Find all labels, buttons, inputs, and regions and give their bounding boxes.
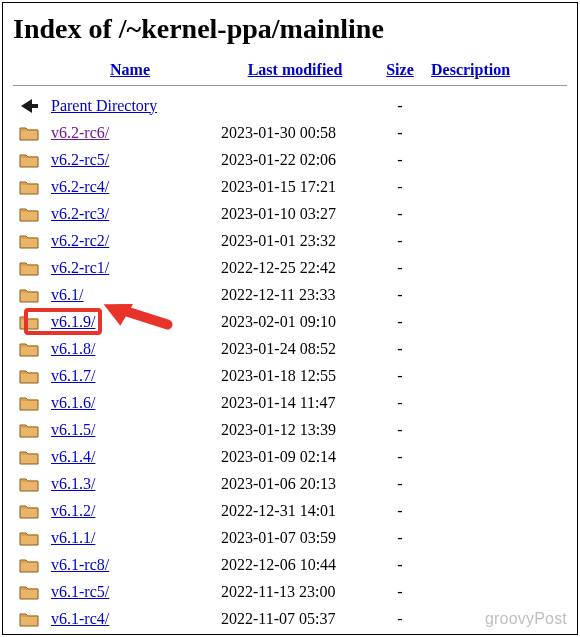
size-cell: - xyxy=(375,389,425,416)
directory-link[interactable]: v6.2-rc1/ xyxy=(51,259,109,276)
folder-icon xyxy=(19,312,39,332)
size-cell: - xyxy=(375,605,425,632)
directory-row: v6.2-rc2/2023-01-01 23:32- xyxy=(13,227,567,254)
directory-row: v6.1.9/2023-02-01 09:10- xyxy=(13,308,567,335)
size-cell: - xyxy=(375,173,425,200)
description-cell xyxy=(425,146,567,173)
directory-link[interactable]: v6.2-rc6/ xyxy=(51,124,109,141)
directory-link[interactable]: v6.1.1/ xyxy=(51,529,95,546)
directory-row: v6.2-rc3/2023-01-10 03:27- xyxy=(13,200,567,227)
watermark: groovyPost xyxy=(485,610,567,628)
last-modified-cell: 2023-02-01 09:10 xyxy=(215,308,375,335)
directory-row: v6.1/2022-12-11 23:33- xyxy=(13,281,567,308)
description-cell xyxy=(425,335,567,362)
size-cell: - xyxy=(375,524,425,551)
directory-link[interactable]: v6.1.3/ xyxy=(51,475,95,492)
folder-icon xyxy=(19,177,39,197)
description-cell xyxy=(425,470,567,497)
last-modified-cell: 2022-12-11 23:33 xyxy=(215,281,375,308)
description-cell xyxy=(425,497,567,524)
size-cell: - xyxy=(375,119,425,146)
last-modified-cell: 2023-01-24 08:52 xyxy=(215,335,375,362)
directory-link[interactable]: v6.1.5/ xyxy=(51,421,95,438)
directory-row: v6.2-rc5/2023-01-22 02:06- xyxy=(13,146,567,173)
directory-link[interactable]: v6.1.7/ xyxy=(51,367,95,384)
description-cell xyxy=(425,362,567,389)
folder-icon xyxy=(19,285,39,305)
directory-link[interactable]: v6.2-rc3/ xyxy=(51,205,109,222)
description-cell xyxy=(425,443,567,470)
directory-link[interactable]: v6.2-rc2/ xyxy=(51,232,109,249)
parent-size: - xyxy=(375,92,425,119)
last-modified-cell: 2022-11-13 23:00 xyxy=(215,578,375,605)
directory-row: v6.1.1/2023-01-07 03:59- xyxy=(13,524,567,551)
directory-link[interactable]: v6.2-rc4/ xyxy=(51,178,109,195)
directory-link[interactable]: v6.1-rc5/ xyxy=(51,583,109,600)
description-cell xyxy=(425,578,567,605)
last-modified-cell: 2023-01-07 03:59 xyxy=(215,524,375,551)
size-cell: - xyxy=(375,335,425,362)
folder-icon xyxy=(19,339,39,359)
directory-link[interactable]: v6.1.8/ xyxy=(51,340,95,357)
description-cell xyxy=(425,254,567,281)
directory-row: v6.1-rc8/2022-12-06 10:44- xyxy=(13,551,567,578)
last-modified-cell: 2023-01-12 13:39 xyxy=(215,416,375,443)
description-cell xyxy=(425,551,567,578)
directory-link[interactable]: v6.2-rc5/ xyxy=(51,151,109,168)
size-cell: - xyxy=(375,416,425,443)
folder-icon xyxy=(19,204,39,224)
directory-link[interactable]: v6.1.4/ xyxy=(51,448,95,465)
directory-link[interactable]: v6.1.2/ xyxy=(51,502,95,519)
directory-row: v6.1.2/2022-12-31 14:01- xyxy=(13,497,567,524)
parent-directory-link[interactable]: Parent Directory xyxy=(51,97,157,114)
directory-link[interactable]: v6.1.9/ xyxy=(51,313,95,330)
header-name-link[interactable]: Name xyxy=(110,61,150,78)
last-modified-cell: 2023-01-30 00:58 xyxy=(215,119,375,146)
size-cell: - xyxy=(375,281,425,308)
description-cell xyxy=(425,416,567,443)
description-cell xyxy=(425,524,567,551)
header-lastmodified-link[interactable]: Last modified xyxy=(248,61,343,78)
size-cell: - xyxy=(375,227,425,254)
header-description-link[interactable]: Description xyxy=(431,61,510,78)
last-modified-cell: 2022-12-31 14:01 xyxy=(215,497,375,524)
last-modified-cell: 2022-12-06 10:44 xyxy=(215,551,375,578)
size-cell: - xyxy=(375,443,425,470)
directory-link[interactable]: v6.1-rc4/ xyxy=(51,610,109,627)
folder-icon xyxy=(19,366,39,386)
directory-row: v6.2-rc6/2023-01-30 00:58- xyxy=(13,119,567,146)
directory-link[interactable]: v6.1.6/ xyxy=(51,394,95,411)
folder-icon xyxy=(19,150,39,170)
description-cell xyxy=(425,119,567,146)
directory-link[interactable]: v6.1/ xyxy=(51,286,83,303)
last-modified-cell: 2023-01-22 02:06 xyxy=(215,146,375,173)
folder-icon xyxy=(19,582,39,602)
last-modified-cell: 2023-01-14 11:47 xyxy=(215,389,375,416)
directory-row: v6.1.4/2023-01-09 02:14- xyxy=(13,443,567,470)
size-cell: - xyxy=(375,200,425,227)
size-cell: - xyxy=(375,146,425,173)
last-modified-cell: 2023-01-18 12:55 xyxy=(215,362,375,389)
header-size-link[interactable]: Size xyxy=(386,61,414,78)
directory-row: v6.1.7/2023-01-18 12:55- xyxy=(13,362,567,389)
directory-row: v6.1-rc5/2022-11-13 23:00- xyxy=(13,578,567,605)
directory-row: v6.1.5/2023-01-12 13:39- xyxy=(13,416,567,443)
directory-link[interactable]: v6.1-rc8/ xyxy=(51,556,109,573)
last-modified-cell: 2022-12-25 22:42 xyxy=(215,254,375,281)
last-modified-cell: 2023-01-15 17:21 xyxy=(215,173,375,200)
description-cell xyxy=(425,281,567,308)
folder-icon xyxy=(19,501,39,521)
folder-icon xyxy=(19,258,39,278)
folder-icon xyxy=(19,528,39,548)
directory-row: v6.2-rc1/2022-12-25 22:42- xyxy=(13,254,567,281)
folder-icon xyxy=(19,231,39,251)
size-cell: - xyxy=(375,551,425,578)
last-modified-cell: 2023-01-06 20:13 xyxy=(215,470,375,497)
folder-icon xyxy=(19,447,39,467)
size-cell: - xyxy=(375,578,425,605)
directory-row: v6.2-rc4/2023-01-15 17:21- xyxy=(13,173,567,200)
size-cell: - xyxy=(375,497,425,524)
last-modified-cell: 2023-01-09 02:14 xyxy=(215,443,375,470)
parent-directory-row: Parent Directory - xyxy=(13,92,567,119)
description-cell xyxy=(425,227,567,254)
